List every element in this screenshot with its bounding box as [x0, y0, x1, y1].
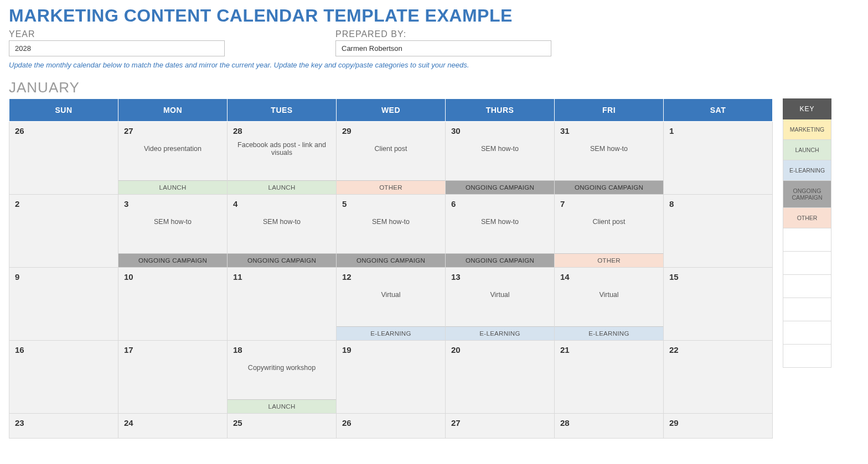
calendar-cell[interactable]: 5SEM how-toONGOING CAMPAIGN — [337, 195, 446, 268]
calendar-cell[interactable]: 20 — [446, 341, 555, 414]
prepared-input[interactable] — [335, 40, 551, 56]
event-desc: Facebook ads post - link and visuals — [228, 135, 336, 162]
day-number: 17 — [118, 341, 227, 354]
event-desc: Client post — [555, 208, 663, 235]
day-header: FRI — [555, 99, 664, 122]
key-item: LAUNCH — [783, 140, 831, 160]
day-number: 25 — [228, 414, 336, 427]
key-item: MARKETING — [783, 119, 831, 140]
calendar-cell[interactable]: 12VirtualE-LEARNING — [337, 268, 446, 341]
calendar-cell[interactable]: 28 — [555, 414, 664, 439]
event-desc: SEM how-to — [446, 208, 554, 235]
day-number: 7 — [555, 195, 663, 208]
calendar-cell[interactable]: 27 — [446, 414, 555, 439]
calendar-cell[interactable]: 13VirtualE-LEARNING — [446, 268, 555, 341]
calendar-cell[interactable]: 10 — [118, 268, 228, 341]
category-bar: ONGOING CAMPAIGN — [337, 253, 445, 267]
meta-row: YEAR PREPARED BY: — [9, 29, 859, 56]
calendar-cell[interactable]: 24 — [118, 414, 228, 439]
day-number: 26 — [9, 122, 118, 135]
calendar-cell[interactable]: 15 — [664, 268, 773, 341]
day-number: 21 — [555, 341, 663, 354]
calendar-cell[interactable]: 6SEM how-toONGOING CAMPAIGN — [446, 195, 555, 268]
category-bar: ONGOING CAMPAIGN — [228, 253, 336, 267]
key-panel: KEY MARKETINGLAUNCHE-LEARNINGONGOING CAM… — [783, 98, 831, 368]
day-header: THURS — [446, 99, 555, 122]
day-number: 1 — [664, 122, 772, 135]
event-desc: SEM how-to — [446, 135, 554, 162]
calendar-cell[interactable]: 14VirtualE-LEARNING — [555, 268, 664, 341]
calendar-cell[interactable]: 30SEM how-toONGOING CAMPAIGN — [446, 122, 555, 195]
day-number: 27 — [446, 414, 554, 427]
day-number: 27 — [118, 122, 227, 135]
category-bar: ONGOING CAMPAIGN — [118, 253, 227, 267]
category-bar: ONGOING CAMPAIGN — [555, 180, 663, 194]
year-input[interactable] — [9, 40, 225, 56]
calendar-cell[interactable]: 8 — [664, 195, 773, 268]
calendar-cell[interactable]: 26 — [337, 414, 446, 439]
key-item: OTHER — [783, 208, 831, 228]
day-header: SUN — [9, 99, 118, 122]
prepared-block: PREPARED BY: — [335, 29, 551, 56]
calendar-cell[interactable]: 31SEM how-toONGOING CAMPAIGN — [555, 122, 664, 195]
day-number: 14 — [555, 268, 663, 281]
calendar-cell[interactable]: 1 — [664, 122, 773, 195]
key-item-empty — [783, 298, 831, 321]
day-number: 10 — [118, 268, 227, 281]
calendar-cell[interactable]: 27Video presentationLAUNCH — [118, 122, 228, 195]
day-number: 3 — [118, 195, 227, 208]
event-desc: Copywriting workshop — [228, 354, 336, 381]
day-number: 16 — [9, 341, 118, 354]
calendar-cell[interactable]: 19 — [337, 341, 446, 414]
day-number: 18 — [228, 341, 336, 354]
day-number: 24 — [118, 414, 227, 427]
day-header: WED — [337, 99, 446, 122]
calendar-cell[interactable]: 18Copywriting workshopLAUNCH — [228, 341, 337, 414]
calendar-cell[interactable]: 23 — [9, 414, 118, 439]
category-bar: LAUNCH — [228, 399, 336, 413]
calendar-cell[interactable]: 21 — [555, 341, 664, 414]
calendar-cell[interactable]: 26 — [9, 122, 118, 195]
key-item: ONGOING CAMPAIGN — [783, 181, 831, 208]
day-number: 5 — [337, 195, 445, 208]
key-item-empty — [783, 252, 831, 275]
day-number: 19 — [337, 341, 445, 354]
calendar-cell[interactable]: 29 — [664, 414, 773, 439]
day-number: 31 — [555, 122, 663, 135]
month-name: JANUARY — [9, 79, 859, 96]
event-desc: Virtual — [446, 281, 554, 308]
day-number: 26 — [337, 414, 445, 427]
event-desc: SEM how-to — [228, 208, 336, 235]
category-bar: E-LEARNING — [555, 326, 663, 340]
event-desc: SEM how-to — [555, 135, 663, 162]
category-bar: LAUNCH — [118, 180, 227, 194]
calendar-cell[interactable]: 22 — [664, 341, 773, 414]
calendar-cell[interactable]: 28Facebook ads post - link and visualsLA… — [228, 122, 337, 195]
year-block: YEAR — [9, 29, 225, 56]
category-bar: ONGOING CAMPAIGN — [446, 180, 554, 194]
helper-text: Update the monthly calendar below to mat… — [9, 61, 859, 69]
day-number: 20 — [446, 341, 554, 354]
category-bar: LAUNCH — [228, 180, 336, 194]
calendar-cell[interactable]: 25 — [228, 414, 337, 439]
calendar-cell[interactable]: 4SEM how-toONGOING CAMPAIGN — [228, 195, 337, 268]
calendar-cell[interactable]: 11 — [228, 268, 337, 341]
key-header: KEY — [783, 98, 831, 119]
day-number: 13 — [446, 268, 554, 281]
day-number: 11 — [228, 268, 336, 281]
calendar-cell[interactable]: 17 — [118, 341, 228, 414]
calendar-cell[interactable]: 16 — [9, 341, 118, 414]
category-bar: OTHER — [555, 253, 663, 267]
calendar-cell[interactable]: 29Client postOTHER — [337, 122, 446, 195]
day-number: 4 — [228, 195, 336, 208]
calendar-cell[interactable]: 3SEM how-toONGOING CAMPAIGN — [118, 195, 228, 268]
day-number: 6 — [446, 195, 554, 208]
calendar-cell[interactable]: 9 — [9, 268, 118, 341]
calendar-cell[interactable]: 7Client postOTHER — [555, 195, 664, 268]
key-item-empty — [783, 228, 831, 252]
key-item-empty — [783, 321, 831, 345]
day-number: 29 — [664, 414, 772, 427]
prepared-label: PREPARED BY: — [335, 29, 551, 39]
day-number: 2 — [9, 195, 118, 208]
calendar-cell[interactable]: 2 — [9, 195, 118, 268]
